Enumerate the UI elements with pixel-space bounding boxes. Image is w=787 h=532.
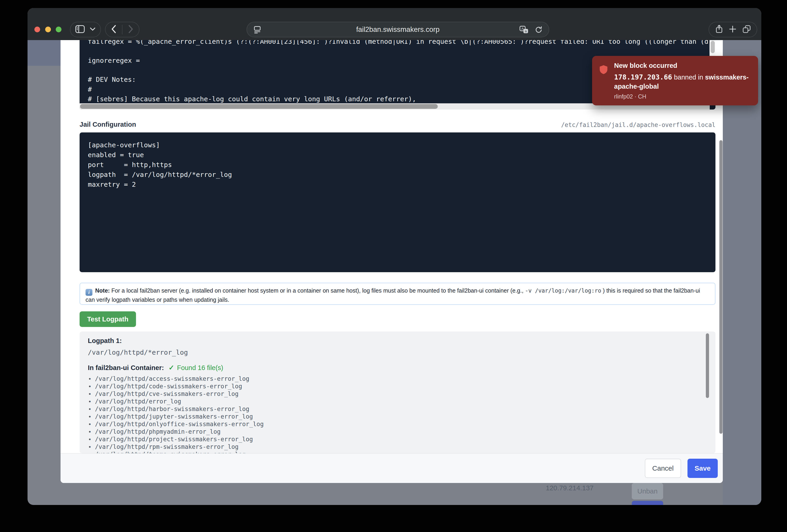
tab-overview-icon[interactable] xyxy=(743,25,751,34)
background-banned-ip: 120.79.214.137 xyxy=(546,484,594,492)
dimmed-page-right xyxy=(723,40,761,505)
toolbar-right-group xyxy=(708,22,757,37)
modal-footer: Cancel Save xyxy=(61,453,723,483)
list-item: /var/log/httpd/error_log xyxy=(89,398,702,405)
toast-message-mid: banned in xyxy=(672,73,705,81)
forward-button[interactable] xyxy=(128,25,133,35)
test-logpath-button[interactable]: Test Logpath xyxy=(80,311,136,327)
logpath-value: /var/log/httpd/*error_log xyxy=(88,349,188,356)
list-item: /var/log/httpd/access-swissmakers-error_… xyxy=(89,375,702,383)
toast-meta: rlinfp02 · CH xyxy=(614,93,751,100)
nav-divider xyxy=(122,25,123,35)
address-bar[interactable]: fail2ban.swissmakers.corp Aa xyxy=(247,22,549,37)
share-icon[interactable] xyxy=(715,24,723,35)
code-line: maxretry = 2 xyxy=(88,180,136,189)
logpath-note: Note: For a local fail2ban server (e.g. … xyxy=(80,283,716,305)
logpath-test-results: Logpath 1: /var/log/httpd/*error_log In … xyxy=(80,332,716,453)
toast-message: 178.197.203.66 banned in swissmakers-apa… xyxy=(614,73,751,91)
unban-button-dimmed-partial[interactable] xyxy=(632,501,663,505)
jail-config-title: Jail Configuration xyxy=(80,121,136,128)
info-icon xyxy=(86,289,92,296)
list-item-clipped: /var/log/httpd/teams-swissmakers-error_l… xyxy=(89,451,702,453)
code-line: logpath = /var/log/httpd/*error_log xyxy=(88,170,232,179)
chevron-down-icon[interactable] xyxy=(90,27,95,32)
reader-icon[interactable] xyxy=(253,25,262,35)
jail-config-editor[interactable]: [apache-overflows] enabled = true port =… xyxy=(80,132,716,272)
code-line: enabled = true xyxy=(88,150,144,160)
unban-button-dimmed[interactable]: Unban xyxy=(632,483,663,500)
cancel-button[interactable]: Cancel xyxy=(645,459,681,478)
browser-window: 120.79.214.137 Unban failregex = %(_apac… xyxy=(27,8,761,505)
window-minimize-button[interactable] xyxy=(45,27,51,32)
found-files-list: /var/log/httpd/access-swissmakers-error_… xyxy=(89,375,702,453)
shield-icon xyxy=(599,65,608,75)
list-item: /var/log/httpd/rpm-swissmakers-error_log xyxy=(89,443,702,451)
code-line: [apache-overflows] xyxy=(88,140,160,150)
url-text[interactable]: fail2ban.swissmakers.corp xyxy=(247,22,549,37)
dimmed-page-header xyxy=(27,40,61,66)
list-item: /var/log/httpd/jupyter-swissmakers-error… xyxy=(89,413,702,420)
translate-icon[interactable]: Aa xyxy=(519,26,529,35)
found-files-count: Found 16 file(s) xyxy=(177,364,224,372)
back-button[interactable] xyxy=(111,25,116,35)
editor-horizontal-scrollbar-thumb[interactable] xyxy=(80,104,438,109)
browser-toolbar: fail2ban.swissmakers.corp Aa xyxy=(27,8,761,40)
editor-vertical-scrollbar-thumb[interactable] xyxy=(711,41,715,53)
save-button[interactable]: Save xyxy=(687,459,718,478)
toast-title: New block occurred xyxy=(614,62,751,69)
reload-icon[interactable] xyxy=(534,26,543,35)
list-item: /var/log/httpd/code-swissmakers-error_lo… xyxy=(89,383,702,390)
logpath-number-label: Logpath 1: xyxy=(88,337,122,345)
nav-button-group xyxy=(105,22,140,37)
note-label: Note: xyxy=(95,287,110,294)
code-line: failregex = %(_apache_error_client)s (?:… xyxy=(88,40,708,46)
jail-config-header: Jail Configuration /etc/fail2ban/jail.d/… xyxy=(80,121,716,128)
list-item: /var/log/httpd/cve-swissmakers-error_log xyxy=(89,390,702,398)
svg-text:a: a xyxy=(525,29,527,33)
list-item: /var/log/httpd/phpmyadmin-error_log xyxy=(89,428,702,436)
window-close-button[interactable] xyxy=(35,27,40,32)
ban-notification-toast[interactable]: New block occurred 178.197.203.66 banned… xyxy=(592,56,758,105)
modal-scrollbar-thumb[interactable] xyxy=(719,140,723,434)
window-zoom-button[interactable] xyxy=(56,27,61,32)
code-line: # DEV Notes: xyxy=(88,75,136,84)
check-icon: ✓ xyxy=(169,363,174,372)
banned-ip: 178.197.203.66 xyxy=(614,73,672,81)
toast-body: New block occurred 178.197.203.66 banned… xyxy=(614,62,751,100)
code-line: # [sebres] Because this apache-log could… xyxy=(88,94,416,104)
note-mount-flag-code: -v /var/log:/var/log:ro xyxy=(525,288,601,294)
list-item: /var/log/httpd/harbor-swissmakers-error_… xyxy=(89,405,702,413)
container-result-row: In fail2ban-ui Container: ✓ Found 16 fil… xyxy=(88,363,224,372)
jail-config-file-path: /etc/fail2ban/jail.d/apache-overflows.lo… xyxy=(561,121,716,128)
code-line: port = http,https xyxy=(88,160,172,170)
list-item: /var/log/httpd/onlyoffice-swissmakers-er… xyxy=(89,420,702,428)
container-label: In fail2ban-ui Container: xyxy=(88,364,164,372)
results-scrollbar-thumb[interactable] xyxy=(706,333,709,398)
code-line: # xyxy=(88,85,92,94)
code-line: ignoreregex = xyxy=(88,56,140,65)
sidebar-toggle-group[interactable] xyxy=(70,22,101,37)
jail-edit-modal: failregex = %(_apache_error_client)s (?:… xyxy=(61,40,723,483)
list-item: /var/log/httpd/project-swissmakers-error… xyxy=(89,436,702,443)
note-text-before: For a local fail2ban server (e.g. instal… xyxy=(110,287,525,294)
sidebar-icon[interactable] xyxy=(75,25,85,34)
new-tab-icon[interactable] xyxy=(729,25,736,34)
